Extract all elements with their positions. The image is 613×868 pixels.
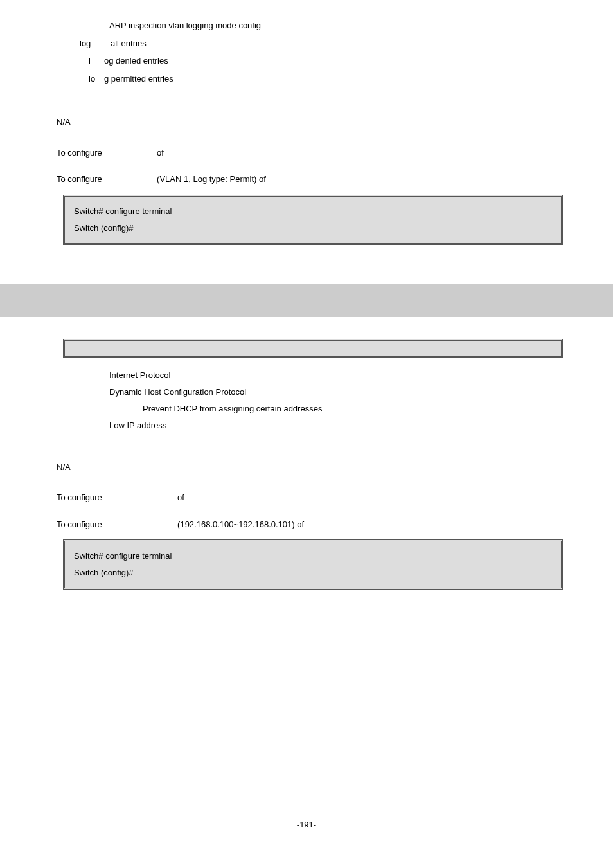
- param-line: Low IP address: [109, 417, 556, 434]
- usage-text: (VLAN 1, Log type: Permit) of: [157, 174, 266, 184]
- param-sub-label: log: [80, 37, 111, 50]
- usage-text: of: [177, 493, 184, 502]
- code-line: Switch# configure terminal: [74, 548, 552, 565]
- section-banner: [0, 284, 613, 317]
- param-sub-label: lo: [89, 73, 104, 86]
- code-line: Switch# configure terminal: [74, 203, 552, 220]
- param-sub-label: l: [89, 55, 104, 68]
- usage-text: To configure: [57, 148, 102, 158]
- usage-text: To configure: [57, 520, 102, 529]
- param-sub-desc: all entries: [111, 37, 147, 50]
- usage-text: (192.168.0.100~192.168.0.101) of: [177, 520, 304, 529]
- param-line: Prevent DHCP from assigning certain addr…: [109, 401, 556, 417]
- param-line: Dynamic Host Configuration Protocol: [109, 384, 556, 401]
- na-text: N/A: [57, 117, 71, 127]
- syntax-box: [63, 339, 563, 358]
- usage-text: To configure: [57, 493, 102, 502]
- usage-text: To configure: [57, 174, 102, 184]
- page-number: -191-: [0, 820, 613, 829]
- param-line: Internet Protocol: [109, 367, 556, 384]
- code-example-box: Switch# configure terminal Switch (confi…: [63, 539, 563, 590]
- code-line: Switch (config)#: [74, 220, 552, 237]
- usage-text: of: [157, 148, 164, 158]
- code-line: Switch (config)#: [74, 565, 552, 581]
- na-text: N/A: [57, 462, 71, 472]
- param-sub-desc: og denied entries: [104, 55, 168, 68]
- code-example-box: Switch# configure terminal Switch (confi…: [63, 195, 563, 245]
- param-desc: ARP inspection vlan logging mode config: [109, 21, 261, 30]
- param-sub-desc: g permitted entries: [104, 73, 173, 86]
